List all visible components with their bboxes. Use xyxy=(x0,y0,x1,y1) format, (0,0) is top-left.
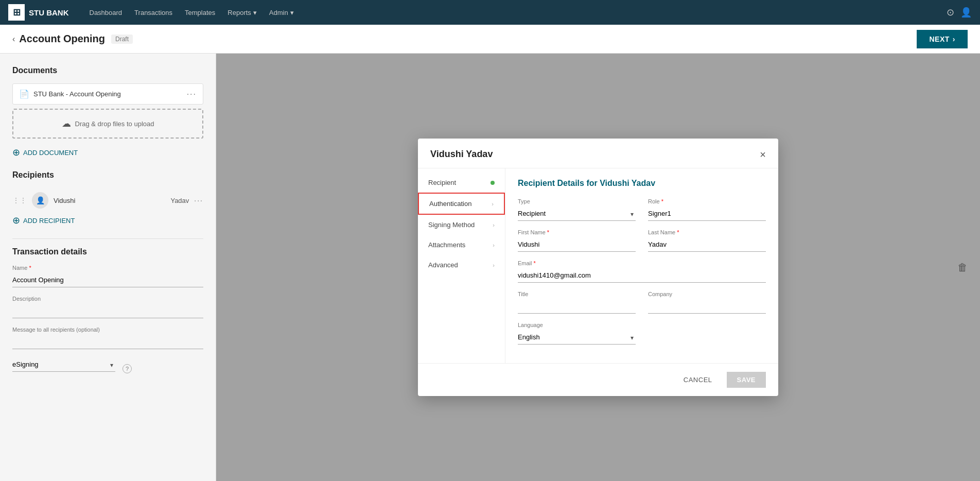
divider xyxy=(12,238,203,239)
modal-title: Vidushi Yadav xyxy=(430,149,493,160)
language-select[interactable]: English French Spanish German xyxy=(518,330,636,345)
first-name-input[interactable] xyxy=(518,237,636,252)
signing-method-chevron-icon: › xyxy=(493,222,495,228)
message-input[interactable] xyxy=(12,335,203,349)
transaction-section-title: Transaction details xyxy=(12,247,203,256)
title-company-row: Title Company xyxy=(518,291,766,314)
modal-nav-recipient[interactable]: Recipient xyxy=(418,173,505,193)
email-group: Email * xyxy=(518,260,766,283)
modal-content: Recipient Details for Vidushi Yadav Type… xyxy=(505,168,778,363)
language-select-wrap: English French Spanish German ▾ xyxy=(518,330,636,345)
recipient-modal: Vidushi Yadav × Recipient Authentication… xyxy=(418,139,778,396)
description-input[interactable] xyxy=(12,304,203,318)
documents-section-title: Documents xyxy=(12,66,203,75)
nav-dashboard[interactable]: Dashboard xyxy=(90,9,122,16)
modal-sidebar-nav: Recipient Authentication › Signing Metho… xyxy=(418,168,505,363)
document-item: 📄 STU Bank - Account Opening ··· xyxy=(12,83,203,105)
modal-nav-attachments[interactable]: Attachments › xyxy=(418,235,505,255)
nav-templates[interactable]: Templates xyxy=(185,9,215,16)
header-bar: ‹ Account Opening Draft NEXT › xyxy=(0,25,980,54)
role-input[interactable] xyxy=(648,207,766,221)
email-row: Email * xyxy=(518,260,766,283)
reports-chevron-icon: ▾ xyxy=(253,9,257,16)
recipient-last-name: Yadav xyxy=(170,197,189,204)
document-more-button[interactable]: ··· xyxy=(187,90,197,99)
admin-chevron-icon: ▾ xyxy=(290,9,294,16)
document-name: STU Bank - Account Opening xyxy=(33,90,183,98)
modal-close-button[interactable]: × xyxy=(760,149,766,160)
language-row: Language English French Spanish German ▾ xyxy=(518,322,766,345)
first-name-group: First Name * xyxy=(518,229,636,252)
nav-reports[interactable]: Reports ▾ xyxy=(227,9,257,16)
name-input[interactable] xyxy=(12,273,203,287)
company-input[interactable] xyxy=(648,299,766,314)
drop-zone-label: Drag & drop files to upload xyxy=(75,120,154,128)
modal-content-title: Recipient Details for Vidushi Yadav xyxy=(518,179,766,188)
info-icon[interactable]: ? xyxy=(122,364,132,373)
cancel-button[interactable]: CANCEL xyxy=(675,372,721,388)
name-label: Name * xyxy=(12,265,203,271)
recipient-avatar: 👤 xyxy=(32,192,48,209)
add-document-button[interactable]: ⊕ ADD DOCUMENT xyxy=(12,147,203,158)
logo: ⊞ STU BANK xyxy=(8,4,69,21)
message-label: Message to all recipients (optional) xyxy=(12,327,203,333)
logo-icon: ⊞ xyxy=(8,4,25,21)
signing-type-select[interactable]: eSigning xyxy=(12,357,115,372)
language-group: Language English French Spanish German ▾ xyxy=(518,322,636,345)
modal-nav-advanced[interactable]: Advanced › xyxy=(418,255,505,275)
language-label: Language xyxy=(518,322,636,328)
role-label: Role * xyxy=(648,198,766,204)
recipient-more-button[interactable]: ··· xyxy=(194,196,203,204)
company-label: Company xyxy=(648,291,766,297)
first-name-required: * xyxy=(547,229,549,235)
type-select[interactable]: Recipient xyxy=(518,207,636,221)
drop-zone[interactable]: ☁ Drag & drop files to upload xyxy=(12,109,203,139)
profile-icon[interactable]: 👤 xyxy=(960,7,972,18)
modal-nav-authentication[interactable]: Authentication › xyxy=(418,193,505,215)
person-icon: 👤 xyxy=(36,196,45,204)
first-name-label: First Name * xyxy=(518,229,636,235)
empty-group xyxy=(648,322,766,345)
upload-icon: ☁ xyxy=(62,118,71,129)
recipient-status-dot xyxy=(491,181,495,185)
role-group: Role * xyxy=(648,198,766,221)
add-recipient-icon: ⊕ xyxy=(12,215,20,226)
email-required: * xyxy=(534,260,536,266)
nav-transactions[interactable]: Transactions xyxy=(134,9,172,16)
attachments-chevron-icon: › xyxy=(493,242,495,248)
right-content: 🗑 Vidushi Yadav × Recipient Authenti xyxy=(216,54,980,481)
draft-badge: Draft xyxy=(111,35,133,44)
company-group: Company xyxy=(648,291,766,314)
main-layout: Documents 📄 STU Bank - Account Opening ·… xyxy=(0,54,980,481)
nav-admin[interactable]: Admin ▾ xyxy=(269,9,294,16)
name-required: * xyxy=(29,265,31,271)
add-document-icon: ⊕ xyxy=(12,147,20,158)
type-group: Type Recipient ▾ xyxy=(518,198,636,221)
type-role-row: Type Recipient ▾ Role * xyxy=(518,198,766,221)
recipient-first-name: Vidushi xyxy=(54,197,165,204)
back-button[interactable]: ‹ xyxy=(12,35,15,44)
add-recipient-button[interactable]: ⊕ ADD RECIPIENT xyxy=(12,215,203,226)
last-name-required: * xyxy=(677,229,679,235)
signing-type-wrap: eSigning ▾ xyxy=(12,357,115,380)
modal-footer: CANCEL SAVE xyxy=(418,363,778,396)
modal-body: Recipient Authentication › Signing Metho… xyxy=(418,168,778,363)
help-icon[interactable]: ⊙ xyxy=(947,7,954,18)
last-name-label: Last Name * xyxy=(648,229,766,235)
recipient-item: ⋮⋮ 👤 Vidushi Yadav ··· xyxy=(12,188,203,213)
role-required: * xyxy=(661,198,663,204)
title-input[interactable] xyxy=(518,299,636,314)
drag-handle-icon: ⋮⋮ xyxy=(12,196,27,204)
modal-header: Vidushi Yadav × xyxy=(418,139,778,168)
email-input[interactable] xyxy=(518,268,766,283)
save-button[interactable]: SAVE xyxy=(727,372,766,388)
next-button[interactable]: NEXT › xyxy=(917,30,968,48)
last-name-input[interactable] xyxy=(648,237,766,252)
page-title: Account Opening xyxy=(19,33,105,45)
advanced-chevron-icon: › xyxy=(493,262,495,268)
title-group: Title xyxy=(518,291,636,314)
email-label: Email * xyxy=(518,260,766,266)
name-row: First Name * Last Name * xyxy=(518,229,766,252)
recipients-section-title: Recipients xyxy=(12,170,203,180)
modal-nav-signing-method[interactable]: Signing Method › xyxy=(418,215,505,235)
